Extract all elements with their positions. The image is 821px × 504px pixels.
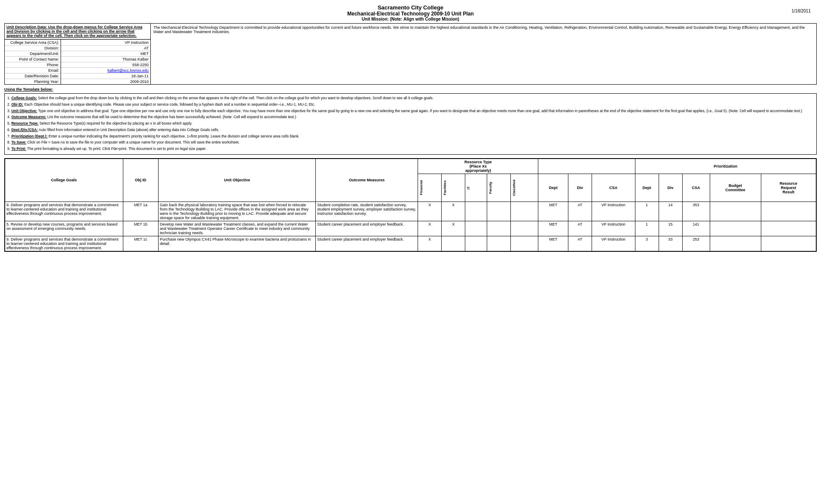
table-cell: MET 1b [123, 221, 158, 236]
table-cell [465, 236, 487, 251]
th-p-csa: CSA [682, 174, 710, 202]
table-cell: 15 [659, 221, 682, 236]
instruction-item: 8. To Save: Click on File > Save As to s… [7, 140, 814, 145]
th-budget-committee: BudgetCommittee [710, 174, 761, 202]
th-college-goals: College Goals [5, 159, 123, 202]
table-row: 9. Deliver programs and services that de… [5, 236, 816, 251]
table-cell: Student completion rate, student satisfa… [316, 202, 418, 221]
page-header: Sacramento City College Mechanical-Elect… [4, 4, 817, 21]
table-cell: 141 [682, 221, 710, 236]
table-row: 5. Revise or develop new courses, progra… [5, 221, 816, 236]
table-cell: MET 1a [123, 202, 158, 221]
instruction-item: 3. Unit Objective: Type one unit objecti… [7, 108, 814, 114]
info-label: Point of Contact Name: [5, 57, 61, 62]
table-cell: 353 [682, 202, 710, 221]
unit-desc-bold: Unit Description Data: [6, 25, 47, 29]
th-csa: CSA [592, 174, 635, 202]
top-section: Unit Description Data: Use the drop-down… [4, 23, 817, 85]
top-left-panel: Unit Description Data: Use the drop-down… [5, 24, 151, 84]
instruction-item: 2. Obj ID: Each Objective should have a … [7, 102, 814, 107]
table-cell: AT [568, 202, 592, 221]
table-cell [511, 202, 538, 221]
th-obj-id: Obj ID [123, 159, 158, 202]
info-label: Division: [5, 46, 61, 51]
table-cell: MET 1c [123, 236, 158, 251]
info-value: VP Instruction [61, 40, 150, 46]
th-it: IT [465, 174, 487, 202]
instruction-item: 5. Resource Type: Select the Resource Ty… [7, 121, 814, 126]
table-cell [511, 221, 538, 236]
table-cell: X [418, 236, 442, 251]
th-resource-type: Resource Type(Place Xsappropriately) [418, 159, 538, 174]
table-cell: 1 [635, 202, 659, 221]
table-cell [487, 202, 511, 221]
instruction-item: 9. To Print: The print formatting is alr… [7, 146, 814, 152]
info-value: MET [61, 51, 150, 57]
table-cell: 14 [659, 202, 682, 221]
instruction-item: 1. College Goals: Select the college goa… [7, 95, 814, 101]
title2: Mechanical-Electrical Technology 2009-10… [4, 11, 817, 17]
table-cell [465, 202, 487, 221]
table-cell [710, 202, 761, 221]
th-prioritization: Prioritization [635, 159, 816, 174]
using-template-label: Using the Template below: [4, 87, 53, 92]
table-cell [710, 221, 761, 236]
info-value: kalbert@scc.losrios.edu [61, 68, 150, 73]
table-cell [487, 236, 511, 251]
info-row: Department/Unit:MET [5, 51, 150, 57]
unit-desc-label: Unit Description Data: Use the drop-down… [5, 24, 150, 40]
th-div: Div [568, 174, 592, 202]
instruction-item: 7. Prioritization (Dept.): Enter a uniqu… [7, 134, 814, 139]
info-row: Division:AT [5, 46, 150, 51]
table-row: 9. Deliver programs and services that de… [5, 202, 816, 221]
main-table-wrapper: College Goals Obj ID Unit Objective Outc… [4, 158, 817, 252]
table-cell: 5. Revise or develop new courses, progra… [5, 221, 123, 236]
instructions-box: 1. College Goals: Select the college goa… [4, 93, 817, 155]
info-value: Thomas Kalber [61, 57, 150, 62]
info-label: Planning Year: [5, 79, 61, 85]
table-cell [761, 221, 816, 236]
main-table: College Goals Obj ID Unit Objective Outc… [5, 159, 816, 251]
th-resource-result: ResourceRequestResult [761, 174, 816, 202]
table-cell [442, 236, 465, 251]
table-cell: VP Instruction [592, 221, 635, 236]
table-cell: X [418, 202, 442, 221]
table-cell: 3 [635, 236, 659, 251]
table-cell: 253 [682, 236, 710, 251]
table-cell: X [418, 221, 442, 236]
th-unit-objective: Unit Objective [159, 159, 316, 202]
table-cell: AT [568, 221, 592, 236]
th-dept-div-csa [538, 159, 635, 174]
info-label: College Service Area (CSA): [5, 40, 61, 46]
title1: Sacramento City College [4, 4, 817, 11]
table-cell: Student career placement and employer fe… [316, 236, 418, 251]
info-table: College Service Area (CSA):VP Instructio… [5, 40, 150, 84]
table-cell: X [442, 202, 465, 221]
email-link[interactable]: kalbert@scc.losrios.edu [107, 68, 149, 73]
info-label: Date/Revision Date: [5, 73, 61, 79]
th-dept: Dept [538, 174, 568, 202]
mission-text: The Mechanical-Electrical Technology Dep… [151, 24, 816, 84]
th-outcome-measures: Outcome Measures [316, 159, 418, 202]
table-cell: VP Instruction [592, 236, 635, 251]
th-financial: Financial [418, 174, 442, 202]
table-cell: 1 [635, 221, 659, 236]
info-label: Email: [5, 68, 61, 73]
table-cell: MET [538, 236, 568, 251]
table-cell [761, 202, 816, 221]
table-cell [487, 221, 511, 236]
info-row: Point of Contact Name:Thomas Kalber [5, 57, 150, 62]
th-p-dept: Dept [635, 174, 659, 202]
info-value: 18-Jan-11 [61, 73, 150, 79]
table-cell: Student career placement and employer fe… [316, 221, 418, 236]
info-row: Planning Year:2009-2010 [5, 79, 150, 85]
table-cell: Develop new Water and Wastewater Treatme… [159, 221, 316, 236]
table-cell: 9. Deliver programs and services that de… [5, 236, 123, 251]
th-classified: Classified [511, 174, 538, 202]
th-p-div: Div [659, 174, 682, 202]
info-value: 2009-2010 [61, 79, 150, 85]
info-label: Department/Unit: [5, 51, 61, 57]
table-cell [511, 236, 538, 251]
info-row: Email:kalbert@scc.losrios.edu [5, 68, 150, 73]
table-cell: X [442, 221, 465, 236]
